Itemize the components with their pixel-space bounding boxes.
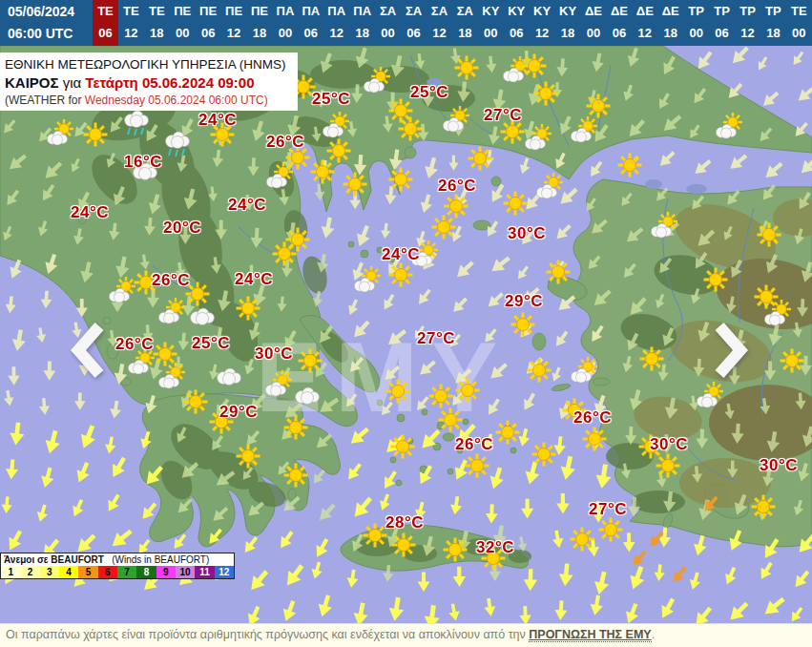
map-subtitle-en: (WEATHER for Wednesday 05.06.2024 06:00 … [5, 94, 292, 107]
timeline-cell-ΣΑ-06[interactable]: ΣΑ06 [401, 0, 427, 46]
timeline-cell-ΣΑ-12[interactable]: ΣΑ12 [427, 0, 452, 46]
timeline-cell-ΤΕ-18[interactable]: ΤΕ18 [144, 0, 170, 46]
disclaimer-bar: Οι παραπάνω χάρτες είναι προϊόντα αριθμη… [0, 623, 812, 647]
previous-map-button[interactable] [69, 321, 105, 380]
beaufort-scale-cell-6: 6 [98, 566, 117, 578]
timeline-cell-ΚΥ-12[interactable]: ΚΥ12 [530, 0, 555, 46]
map-title-box: ΕΘΝΙΚΗ ΜΕΤΕΩΡΟΛΟΓΙΚΗ ΥΠΗΡΕΣΙΑ (HNMS) ΚΑΙ… [0, 52, 298, 111]
legend-title-en: (Winds in BEAUFORT) [112, 554, 209, 565]
disclaimer-text: Οι παραπάνω χάρτες είναι προϊόντα αριθμη… [6, 628, 529, 641]
timeline-cell-ΠΕ-00[interactable]: ΠΕ00 [170, 0, 196, 46]
timeline-cell-ΠΕ-18[interactable]: ΠΕ18 [247, 0, 273, 46]
timeline-cell-ΔΕ-12[interactable]: ΔΕ12 [632, 0, 657, 46]
emy-forecast-link[interactable]: ΠΡΟΓΝΩΣΗ ΤΗΣ ΕΜΥ [529, 628, 651, 642]
timeline-cell-ΤΕ-00[interactable]: ΤΕ00 [786, 0, 812, 46]
timeline-cell-ΣΑ-00[interactable]: ΣΑ00 [375, 0, 401, 46]
map-subtitle-gr: ΚΑΙΡΟΣ για Τετάρτη 05.06.2024 09:00 [5, 74, 292, 91]
valid-datetime-gr: Τετάρτη 05.06.2024 09:00 [85, 74, 254, 91]
beaufort-scale-cell-9: 9 [156, 566, 176, 578]
timeline-cell-ΣΑ-18[interactable]: ΣΑ18 [452, 0, 478, 46]
beaufort-scale-cell-8: 8 [136, 566, 156, 578]
timeline-cell-ΤΡ-00[interactable]: ΤΡ00 [683, 0, 709, 46]
beaufort-scale-cell-11: 11 [195, 566, 214, 578]
disclaimer-suffix: . [652, 628, 655, 641]
chevron-right-icon [714, 321, 750, 380]
beaufort-legend: Άνεμοι σε BEAUFORT (Winds in BEAUFORT) 1… [0, 553, 235, 579]
valid-datetime-en: Wednesday 05.06.2024 06:00 UTC) [85, 94, 268, 107]
beaufort-scale-cell-3: 3 [40, 566, 59, 578]
agency-title: ΕΘΝΙΚΗ ΜΕΤΕΩΡΟΛΟΓΙΚΗ ΥΠΗΡΕΣΙΑ (HNMS) [5, 57, 292, 72]
next-map-button[interactable] [714, 321, 750, 380]
timeline-cell-ΚΥ-00[interactable]: ΚΥ00 [478, 0, 504, 46]
for-label-en: (WEATHER for [5, 94, 85, 107]
timeline-cell-ΚΥ-18[interactable]: ΚΥ18 [555, 0, 581, 46]
legend-title-gr: Άνεμοι σε BEAUFORT [4, 554, 104, 565]
timeline-cell-ΠΑ-00[interactable]: ΠΑ00 [272, 0, 298, 46]
timeline: ΤΕ06ΤΕ12ΤΕ18ΠΕ00ΠΕ06ΠΕ12ΠΕ18ΠΑ00ΠΑ06ΠΑ12… [93, 0, 812, 46]
timeline-cell-ΔΕ-06[interactable]: ΔΕ06 [606, 0, 632, 46]
for-label-gr: για [59, 74, 86, 91]
beaufort-scale-cell-4: 4 [59, 566, 78, 578]
timeline-cell-ΤΡ-12[interactable]: ΤΡ12 [735, 0, 760, 46]
beaufort-scale-cell-5: 5 [78, 566, 97, 578]
timeline-cell-ΤΕ-12[interactable]: ΤΕ12 [118, 0, 144, 46]
beaufort-scale: 123456789101112 [1, 566, 234, 578]
timeline-cell-ΤΕ-06[interactable]: ΤΕ06 [93, 0, 118, 46]
beaufort-legend-title: Άνεμοι σε BEAUFORT (Winds in BEAUFORT) [1, 553, 234, 566]
date-label: 05/06/2024 [8, 1, 93, 22]
timeline-cell-ΚΥ-06[interactable]: ΚΥ06 [504, 0, 530, 46]
timeline-cell-ΤΡ-06[interactable]: ΤΡ06 [709, 0, 735, 46]
beaufort-scale-cell-10: 10 [176, 566, 195, 578]
timeline-cell-ΠΑ-12[interactable]: ΠΑ12 [323, 0, 349, 46]
base-map [0, 46, 812, 623]
timeline-cell-ΠΑ-06[interactable]: ΠΑ06 [298, 0, 323, 46]
forecast-timeline-bar: 05/06/2024 06:00 UTC ΤΕ06ΤΕ12ΤΕ18ΠΕ00ΠΕ0… [0, 0, 812, 46]
beaufort-scale-cell-2: 2 [20, 566, 39, 578]
timeline-cell-ΔΕ-18[interactable]: ΔΕ18 [657, 0, 683, 46]
weather-map: ΕΜΥ [0, 46, 812, 623]
utc-label: 06:00 UTC [8, 23, 93, 44]
timeline-cell-ΠΕ-06[interactable]: ΠΕ06 [196, 0, 221, 46]
chevron-left-icon [69, 321, 105, 380]
beaufort-scale-cell-12: 12 [215, 566, 234, 578]
timeline-cell-ΠΕ-12[interactable]: ΠΕ12 [221, 0, 247, 46]
beaufort-scale-cell-1: 1 [1, 566, 20, 578]
hnms-weather-app: 05/06/2024 06:00 UTC ΤΕ06ΤΕ12ΤΕ18ΠΕ00ΠΕ0… [0, 0, 812, 647]
kairos-label: ΚΑΙΡΟΣ [5, 74, 59, 91]
beaufort-scale-cell-7: 7 [117, 566, 136, 578]
timeline-cell-ΠΑ-18[interactable]: ΠΑ18 [349, 0, 375, 46]
current-date-box: 05/06/2024 06:00 UTC [0, 0, 93, 46]
timeline-cell-ΔΕ-00[interactable]: ΔΕ00 [581, 0, 607, 46]
timeline-cell-ΤΡ-18[interactable]: ΤΡ18 [760, 0, 786, 46]
